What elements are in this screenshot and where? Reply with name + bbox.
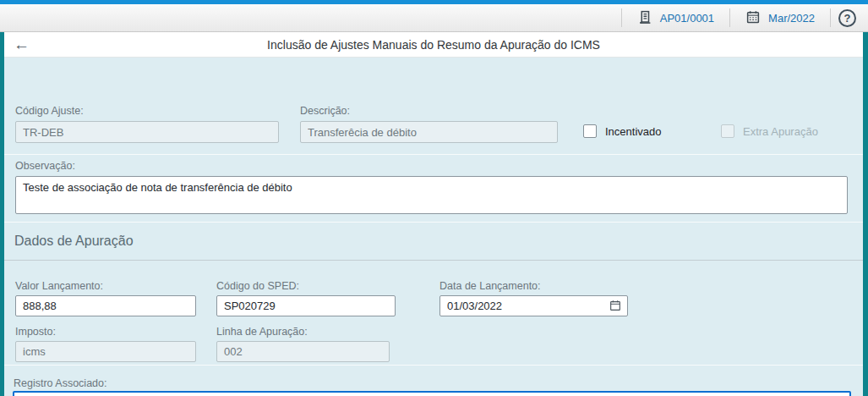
- observacao-label: Observação:: [15, 160, 75, 173]
- period-label: Mar/2022: [768, 12, 815, 25]
- codigo-ajuste-input: [15, 121, 279, 143]
- form-area: Código Ajuste: Descrição: Incentivado Ex…: [4, 58, 863, 396]
- codigo-sped-input[interactable]: [216, 295, 396, 316]
- imposto-input: [15, 341, 196, 362]
- toolbar-divider: [830, 8, 831, 27]
- codigo-ajuste-label: Código Ajuste:: [15, 105, 84, 118]
- section-divider: [4, 260, 863, 261]
- main-panel: ← Inclusão de Ajustes Manuais do Resumo …: [4, 32, 863, 396]
- data-lancamento-input[interactable]: [439, 295, 628, 316]
- period-button[interactable]: Mar/2022: [730, 4, 830, 31]
- registro-associado-label: Registro Associado:: [14, 377, 106, 390]
- incentivado-checkbox[interactable]: [583, 124, 597, 138]
- valor-lancamento-input[interactable]: [15, 295, 196, 316]
- data-lancamento-field: [439, 295, 628, 316]
- section-title: Dados de Apuração: [14, 234, 134, 249]
- descricao-label: Descrição:: [300, 105, 350, 118]
- panel-right-border: [863, 32, 868, 396]
- group-divider: [4, 154, 863, 155]
- group-divider: [4, 365, 863, 366]
- company-code-label: AP01/0001: [660, 12, 714, 25]
- help-button[interactable]: ?: [838, 9, 856, 27]
- data-lancamento-label: Data de Lançamento:: [439, 280, 541, 293]
- observacao-textarea[interactable]: Teste de associação de nota de transferê…: [15, 176, 848, 214]
- company-code-button[interactable]: AP01/0001: [622, 4, 729, 31]
- linha-apuracao-input: [216, 341, 390, 362]
- calendar-icon: [745, 9, 761, 27]
- linha-apuracao-label: Linha de Apuração:: [216, 326, 308, 338]
- codigo-sped-label: Código do SPED:: [216, 280, 299, 293]
- imposto-label: Imposto:: [15, 326, 56, 338]
- valor-lancamento-label: Valor Lançamento:: [15, 280, 103, 293]
- group-divider: [4, 222, 863, 223]
- extra-apuracao-label: Extra Apuração: [743, 125, 818, 139]
- extra-apuracao-checkbox: [721, 124, 734, 138]
- descricao-input: [300, 121, 558, 143]
- company-icon: [637, 9, 652, 27]
- date-picker-icon[interactable]: [609, 299, 622, 316]
- registro-associado-select[interactable]: E111-AJUSTE/BENEFÍCIO/INCENTIVO DA APURA…: [13, 391, 851, 396]
- page-title: Inclusão de Ajustes Manuais do Resumo da…: [4, 38, 863, 52]
- incentivado-label: Incentivado: [605, 125, 662, 139]
- page-header: ← Inclusão de Ajustes Manuais do Resumo …: [4, 32, 863, 58]
- shell-toolbar: AP01/0001 Mar/2022 ?: [0, 4, 868, 32]
- back-button[interactable]: ←: [14, 35, 30, 55]
- screen: AP01/0001 Mar/2022 ? ← Inclusão de Ajust…: [0, 0, 868, 396]
